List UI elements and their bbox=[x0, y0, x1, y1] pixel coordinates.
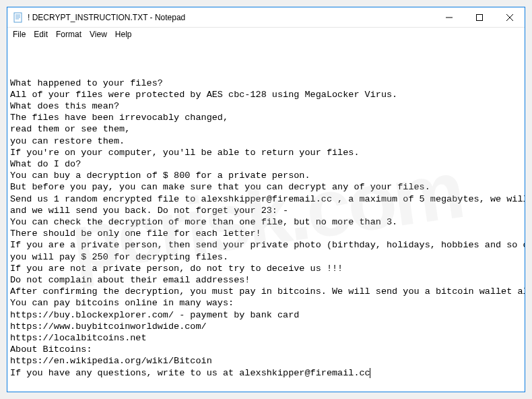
text-content: What happened to your files?All of your … bbox=[10, 78, 522, 379]
text-line: What do I do? bbox=[10, 158, 522, 170]
text-line: If you're on your computer, you'll be ab… bbox=[10, 147, 522, 158]
menubar: File Edit Format View Help bbox=[7, 28, 525, 41]
close-button[interactable] bbox=[494, 7, 525, 27]
notepad-window: ! DECRYPT_INSTRUCTION.TXT - Notepad File… bbox=[7, 7, 525, 392]
text-line: What happened to your files? bbox=[10, 78, 522, 89]
text-line: There should be only one file for each l… bbox=[10, 228, 522, 239]
text-line: https://buy.blockexplorer.com/ - payment… bbox=[10, 309, 522, 321]
text-line: The files have been irrevocably changed, bbox=[10, 112, 522, 123]
text-line: But before you pay, you can make sure th… bbox=[10, 181, 522, 193]
window-title: ! DECRYPT_INSTRUCTION.TXT - Notepad bbox=[28, 13, 434, 22]
text-line: If you have any questions, write to us a… bbox=[10, 367, 522, 379]
menu-edit[interactable]: Edit bbox=[30, 29, 52, 40]
menu-help[interactable]: Help bbox=[111, 29, 136, 40]
text-line: You can pay bitcoins online in many ways… bbox=[10, 297, 522, 309]
text-line: All of your files were protected by AES … bbox=[10, 89, 522, 100]
text-line: https://localbitcoins.net bbox=[10, 332, 522, 344]
close-icon bbox=[506, 14, 513, 21]
maximize-icon bbox=[476, 14, 483, 21]
text-line: You can check the decryption of more tha… bbox=[10, 216, 522, 228]
text-line: What does this mean? bbox=[10, 100, 522, 112]
minimize-icon bbox=[446, 14, 453, 21]
text-line: https://www.buybitcoinworldwide.com/ bbox=[10, 321, 522, 332]
menu-view[interactable]: View bbox=[86, 29, 111, 40]
notepad-app-icon bbox=[13, 12, 24, 23]
menu-file[interactable]: File bbox=[9, 29, 30, 40]
window-controls bbox=[434, 7, 525, 27]
text-line: you will pay $ 250 for decrypting files. bbox=[10, 251, 522, 263]
titlebar[interactable]: ! DECRYPT_INSTRUCTION.TXT - Notepad bbox=[7, 7, 525, 28]
text-line: You can buy a decryption of $ 800 for a … bbox=[10, 170, 522, 181]
text-line: read them or see them, bbox=[10, 123, 522, 135]
text-area[interactable]: pcrisk.com What happened to your files?A… bbox=[7, 41, 525, 392]
text-line: and we will send you back. Do not forget… bbox=[10, 205, 522, 216]
maximize-button[interactable] bbox=[464, 7, 494, 27]
text-caret bbox=[370, 368, 370, 378]
text-line: Do not complain about their email addres… bbox=[10, 274, 522, 286]
menu-format[interactable]: Format bbox=[52, 29, 86, 40]
svg-rect-6 bbox=[476, 14, 482, 20]
text-line: If you are a private person, then send y… bbox=[10, 239, 522, 251]
minimize-button[interactable] bbox=[434, 7, 464, 27]
text-line: Send us 1 random encrypted file to alexs… bbox=[10, 193, 522, 205]
text-line: About Bitcoins: bbox=[10, 344, 522, 355]
text-line: https://en.wikipedia.org/wiki/Bitcoin bbox=[10, 355, 522, 367]
text-line: If you are not a private person, do not … bbox=[10, 263, 522, 274]
text-line: you can restore them. bbox=[10, 135, 522, 147]
text-line: After confirming the decryption, you mus… bbox=[10, 286, 522, 297]
